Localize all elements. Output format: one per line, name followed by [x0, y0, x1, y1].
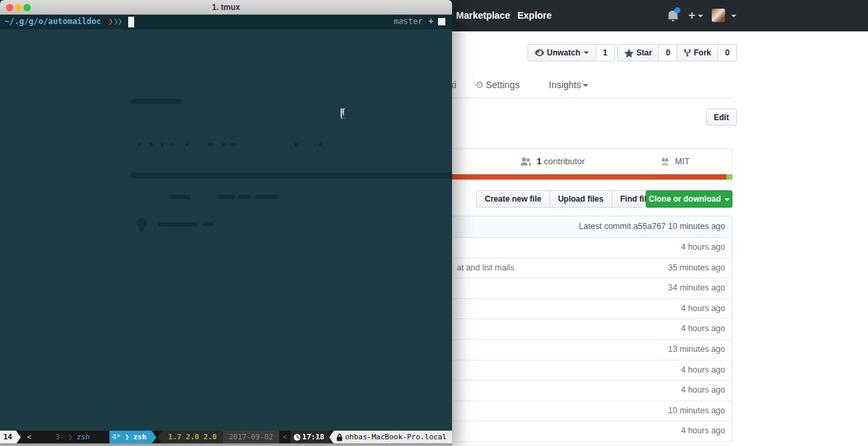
repo-fork-icon [684, 48, 691, 57]
ghost-dot [186, 143, 188, 146]
powerline-arrow [152, 431, 156, 444]
git-branch-label: master [394, 17, 423, 26]
ghost-dot [208, 143, 213, 146]
ghost-dot [318, 143, 322, 146]
tmux-window-3[interactable]: 3-❯zsh [38, 431, 90, 443]
unwatch-button[interactable]: Unwatch [527, 44, 596, 61]
hostname: ohbas-MacBook-Pro.local [334, 431, 452, 443]
watchers-count[interactable]: 1 [596, 44, 615, 61]
ghost-dot [161, 143, 164, 146]
eye-icon [535, 49, 544, 57]
status-time: 17:18 [290, 431, 329, 443]
contributors-stat[interactable]: 1 contributor [521, 149, 585, 174]
powerline-arrow [16, 431, 21, 444]
commit-time: 13 minutes ago [668, 345, 725, 354]
prompt-path: ~/.g/g/o/automaildoc [5, 17, 101, 26]
commit-time: 4 hours ago [681, 426, 725, 435]
ghost-commit-text [158, 222, 197, 226]
load-average: 1.7 2.0 2.0 [162, 431, 223, 443]
ghost-button-text [217, 195, 236, 199]
ghost-dot [294, 143, 299, 146]
commit-time: 4 hours ago [681, 385, 725, 395]
star-group: Star 0 [617, 44, 678, 61]
ghost-dot [171, 143, 174, 146]
forks-count[interactable]: 0 [718, 44, 737, 61]
ibeam-cursor-icon [339, 107, 347, 120]
git-status-square [438, 18, 445, 25]
notifications-bell-icon[interactable] [668, 10, 680, 22]
stars-count[interactable]: 0 [659, 44, 678, 61]
chevron-down-icon [583, 84, 588, 87]
ghost-button-text [169, 195, 190, 199]
star-button[interactable]: Star [617, 44, 659, 61]
chevron-down-icon [698, 15, 703, 17]
upload-files-button[interactable]: Upload files [550, 190, 612, 208]
ghost-language-bar [131, 172, 452, 178]
gear-icon: ⚙ [475, 79, 484, 90]
ghost-repo-title [131, 99, 182, 104]
window-bottom-edge [0, 443, 452, 446]
unread-notification-dot [674, 7, 680, 13]
latest-commit-text[interactable]: Latest commit a55a767 10 minutes ago [579, 216, 725, 237]
powerline-arrow [105, 431, 110, 444]
commit-time: 4 hours ago [681, 304, 725, 313]
ghost-octocat-icon [135, 218, 148, 234]
status-date: 2017-09-02 [223, 431, 279, 443]
ghost-dot [138, 143, 141, 146]
clock-icon [293, 433, 301, 441]
people-icon [521, 158, 531, 166]
commit-time: 35 minutes ago [668, 263, 725, 272]
tmux-status-bar[interactable]: 14 < 3-❯zsh 4*❯zsh 1.7 2.0 2.0 2017-09-0… [0, 431, 452, 443]
tmux-session-index: 14 [0, 431, 16, 443]
latest-commit-bar: Latest commit a55a767 10 minutes ago [438, 216, 732, 238]
powerline-arrow [158, 431, 162, 444]
tab-insights[interactable]: Insights [549, 75, 588, 97]
chevron-down-icon [584, 51, 589, 54]
ghost-dot [150, 143, 153, 146]
git-dirty-indicator: + [429, 17, 433, 26]
terminal-cursor [128, 17, 134, 27]
ghost-dot [222, 143, 226, 146]
commit-time: 34 minutes ago [668, 283, 725, 292]
prompt-arrow: ❯ [108, 17, 113, 26]
terminal-prompt-line[interactable]: ~/.g/g/o/automaildoc ❯ ❯❯ master + [0, 15, 452, 29]
terminal-window[interactable]: 1. tmux ~/.g/g/o/automaildoc ❯ ❯❯ master… [0, 0, 452, 446]
create-new-file-button[interactable]: Create new file [476, 190, 550, 208]
prompt-arrows: ❯❯ [114, 17, 122, 26]
commit-time: 10 minutes ago [668, 406, 725, 415]
tmux-separator: < [279, 431, 290, 443]
ghost-commit-text [202, 222, 214, 226]
terminal-titlebar[interactable]: 1. tmux [0, 0, 452, 15]
language-bar-secondary [726, 174, 732, 180]
clone-or-download-button[interactable]: Clone or download [646, 190, 732, 208]
fork-group: Fork 0 [676, 44, 737, 61]
ghost-dot [230, 143, 236, 146]
edit-button[interactable]: Edit [706, 109, 737, 126]
tmux-separator: < [21, 431, 38, 443]
watch-group: Unwatch 1 [527, 44, 615, 61]
file-actions-group: Create new file Upload files Find file [476, 190, 660, 208]
powerline-arrow [329, 431, 334, 444]
tmux-window-4-active[interactable]: 4*❯zsh [110, 431, 152, 443]
terminal-body[interactable] [0, 29, 452, 431]
commit-time: 4 hours ago [681, 324, 725, 333]
nav-marketplace[interactable]: Marketplace [456, 0, 510, 31]
commit-time: 4 hours ago [681, 365, 725, 375]
ghost-button-text [254, 195, 278, 199]
ghost-button-text [238, 195, 251, 199]
fork-button[interactable]: Fork [676, 44, 718, 61]
tab-settings[interactable]: ⚙Settings [475, 75, 519, 97]
avatar[interactable] [712, 9, 725, 22]
lock-icon [337, 433, 343, 441]
screen: Marketplace Explore + Unwatch 1 Star 0 [0, 0, 868, 446]
window-title: 1. tmux [0, 0, 452, 15]
create-new-button[interactable]: + [688, 9, 703, 23]
star-icon [624, 49, 634, 57]
chevron-down-icon [724, 198, 730, 201]
law-scale-icon [660, 156, 670, 166]
avatar-chevron-down-icon[interactable] [731, 15, 736, 17]
commit-time: 4 hours ago [681, 242, 725, 252]
nav-explore[interactable]: Explore [517, 0, 552, 31]
license-stat[interactable]: MIT [660, 149, 690, 174]
commit-message[interactable]: at and list mails [457, 263, 514, 272]
